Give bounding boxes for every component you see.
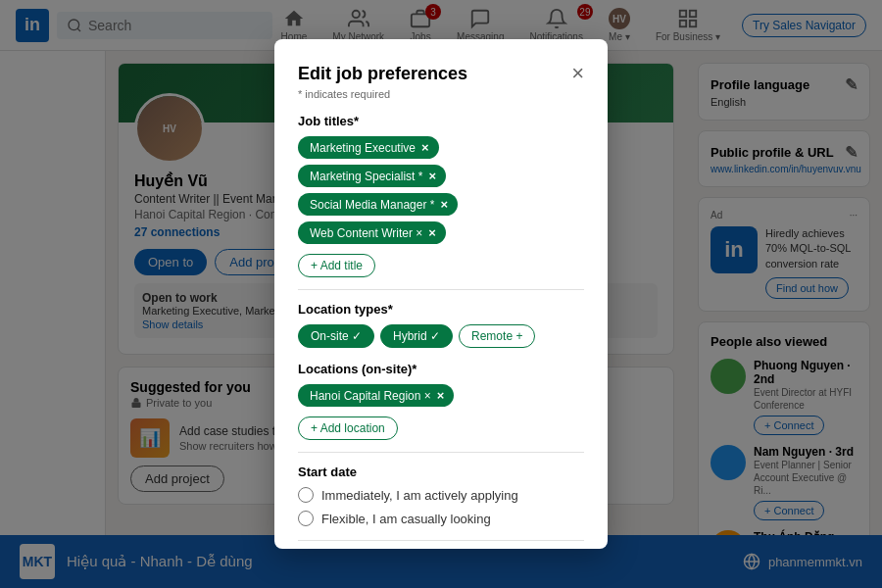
location-tags-container: Hanoi Capital Region × × [298, 384, 584, 407]
start-date-options: Immediately, I am actively applying Flex… [298, 487, 584, 526]
job-tag-social-media-manager: Social Media Manager * × [298, 193, 458, 216]
divider-1 [298, 289, 584, 290]
radio-immediately[interactable]: Immediately, I am actively applying [298, 487, 584, 503]
remove-web-content-writer-button[interactable]: × [428, 225, 436, 240]
job-tags-container: Marketing Executive × Marketing Speciali… [298, 136, 584, 244]
remove-social-media-manager-button[interactable]: × [440, 197, 448, 212]
remote-button[interactable]: Remote + [459, 324, 535, 348]
edit-job-preferences-modal: Edit job preferences × * indicates requi… [274, 39, 608, 549]
divider-3 [298, 540, 584, 541]
modal-title: Edit job preferences [298, 64, 467, 84]
add-title-button[interactable]: + Add title [298, 254, 375, 277]
locations-label: Locations (on-site)* [298, 362, 584, 376]
job-titles-label: Job titles* [298, 114, 584, 128]
location-types-container: On-site ✓ Hybrid ✓ Remote + [298, 324, 584, 348]
radio-flexible-input[interactable] [298, 511, 314, 526]
radio-immediately-input[interactable] [298, 487, 314, 503]
divider-2 [298, 452, 584, 453]
hybrid-button[interactable]: Hybrid ✓ [380, 324, 453, 348]
modal-close-button[interactable]: × [571, 63, 584, 84]
location-types-label: Location types* [298, 302, 584, 317]
add-location-button[interactable]: + Add location [298, 416, 398, 440]
onsite-button[interactable]: On-site ✓ [298, 324, 374, 348]
remove-hanoi-button[interactable]: × [437, 388, 445, 403]
job-tag-marketing-executive: Marketing Executive × [298, 136, 439, 159]
modal-overlay[interactable]: Edit job preferences × * indicates requi… [0, 0, 882, 588]
job-tag-marketing-specialist: Marketing Specialist * × [298, 165, 446, 187]
radio-flexible[interactable]: Flexible, I am casually looking [298, 511, 584, 526]
start-date-label: Start date [298, 465, 584, 479]
modal-required-text: * indicates required [298, 88, 584, 100]
location-tag-hanoi: Hanoi Capital Region × × [298, 384, 454, 407]
remove-marketing-executive-button[interactable]: × [421, 140, 429, 155]
modal-header: Edit job preferences × [298, 63, 584, 84]
remove-marketing-specialist-button[interactable]: × [428, 169, 436, 183]
job-tag-web-content-writer: Web Content Writer × × [298, 221, 446, 244]
